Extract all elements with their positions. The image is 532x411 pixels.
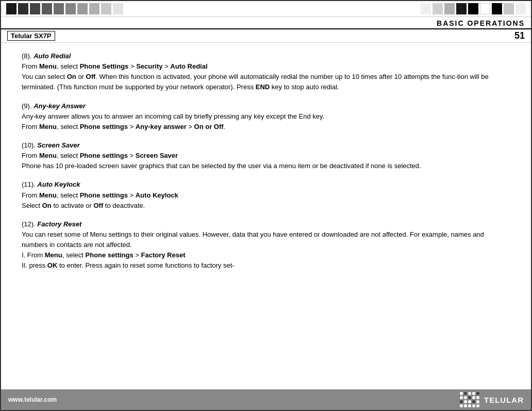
section-12-nav2: II. press OK to enter. Press again to re… [22,260,510,271]
section-11-body: Select On to activate or Off to deactiva… [22,201,510,211]
color-swatch [18,3,28,14]
color-swatch [54,3,64,14]
section-12-body: You can reset some of Menu settings to t… [22,229,510,250]
logo-dot [476,404,479,407]
color-swatch [433,3,443,14]
main-content: (8). Auto Redial From Menu, select Phone… [1,43,531,389]
color-swatch [421,3,431,14]
logo-dot [464,396,467,399]
logo-dot [460,404,463,407]
section-9-body1: Any-key answer allows you to answer an i… [22,111,510,122]
color-swatch [42,3,52,14]
section-12-nav1: I. From Menu, select Phone settings > Fa… [22,250,510,260]
section-11-title: Auto Keylock [37,180,80,188]
section-8-title: Auto Redial [34,52,71,60]
section-9: (9). Any-key Answer Any-key answer allow… [22,101,510,132]
logo-dot [476,396,479,399]
footer-brand-name: TELULAR [484,396,524,404]
color-swatch [30,3,40,14]
color-swatch [480,3,490,14]
section-8-body: You can select On or Off. When this func… [22,72,510,92]
section-10-body: Phone has 10 pre-loaded screen saver gra… [22,161,510,171]
logo-dot [472,404,475,407]
color-swatch [77,3,88,14]
section-12-title: Factory Reset [37,220,81,228]
section-10-heading: (10). Screen Saver [22,140,510,151]
logo-dot [468,404,471,407]
logo-dot [476,392,479,395]
top-decorative-bar [1,1,531,17]
model-name: Telular SX7P [7,31,55,41]
section-8: (8). Auto Redial From Menu, select Phone… [22,51,510,93]
color-swatch [444,3,455,14]
color-swatch [504,3,514,14]
color-swatch [468,3,478,14]
logo-dot [472,400,475,403]
section-11: (11). Auto Keylock From Menu, select Pho… [22,179,510,210]
logo-dot [464,404,467,407]
section-9-title: Any-key Answer [34,102,86,110]
section-11-heading: (11). Auto Keylock [22,179,510,190]
section-8-nav: From Menu, select Phone Settings > Secur… [22,61,510,72]
logo-dot [468,392,471,395]
color-swatch [516,3,526,14]
logo-dot [460,400,463,403]
color-swatch [492,3,502,14]
section-11-nav: From Menu, select Phone settings > Auto … [22,190,510,201]
page-info-row: Telular SX7P 51 [1,29,531,43]
color-swatch [101,3,111,14]
section-12-number: (12). [22,220,37,228]
color-swatch [113,3,123,14]
section-10-nav: From Menu, select Phone settings > Scree… [22,151,510,161]
section-9-number: (9). [22,102,34,110]
logo-dot [468,400,471,403]
section-12: (12). Factory Reset You can reset some o… [22,219,510,271]
section-12-heading: (12). Factory Reset [22,219,510,229]
color-swatch [65,3,76,14]
logo-dot [472,392,475,395]
footer-logo: TELULAR [460,392,524,408]
color-swatch [6,3,16,14]
logo-dot [472,396,475,399]
top-bar-left [6,3,123,14]
color-swatch [89,3,99,14]
color-swatch [456,3,467,14]
section-10: (10). Screen Saver From Menu, select Pho… [22,140,510,171]
section-8-heading: (8). Auto Redial [22,51,510,61]
page-number: 51 [514,30,525,41]
logo-dot [464,392,467,395]
footer-url: www.telular.com [8,396,57,403]
page-wrapper: BASIC OPERATIONS Telular SX7P 51 (8). Au… [0,0,532,411]
top-bar-right [421,3,526,14]
section-8-number: (8). [22,52,34,60]
section-11-number: (11). [22,180,37,188]
logo-dot [460,396,463,399]
section-10-number: (10). [22,141,37,149]
chapter-title: BASIC OPERATIONS [437,19,525,27]
logo-dot [464,400,467,403]
logo-dot [468,396,471,399]
chapter-header: BASIC OPERATIONS [1,17,531,29]
section-9-nav: From Menu, select Phone settings > Any-k… [22,122,510,132]
logo-dot [460,392,463,395]
footer: www.telular.com [1,389,531,410]
logo-dots [460,392,480,408]
section-10-title: Screen Saver [37,141,79,149]
logo-dot [476,400,479,403]
section-9-heading: (9). Any-key Answer [22,101,510,111]
